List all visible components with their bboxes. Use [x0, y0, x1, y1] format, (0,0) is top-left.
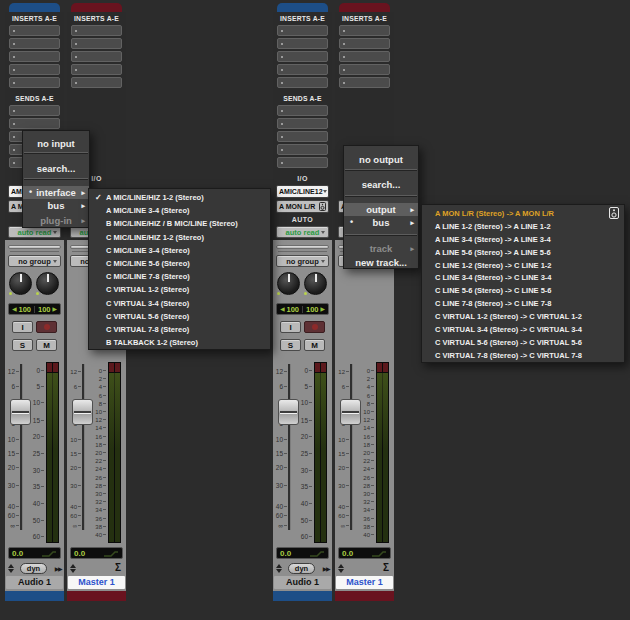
output-submenu-item[interactable]: A LINE 5-6 (Stereo) -> A LINE 5-6 — [422, 246, 624, 259]
interface-submenu-item[interactable]: ✓C VIRTUAL 7-8 (Stereo) — [89, 323, 270, 336]
insert-slot[interactable] — [9, 38, 60, 49]
insert-slot[interactable] — [339, 25, 390, 36]
interface-submenu-item[interactable]: ✓C VIRTUAL 3-4 (Stereo) — [89, 297, 270, 310]
track-color-bar-top[interactable] — [277, 3, 328, 12]
output-submenu-item[interactable]: C VIRTUAL 7-8 (Stereo) -> C VIRTUAL 7-8 — [422, 349, 624, 362]
interface-submenu-item[interactable]: ✓C VIRTUAL 5-6 (Stereo) — [89, 310, 270, 323]
send-slot[interactable] — [277, 157, 328, 168]
menu-item-new-track[interactable]: new track... — [344, 256, 418, 269]
track-name-audio1[interactable]: Audio 1 — [274, 576, 331, 589]
output-submenu-item[interactable]: C VIRTUAL 5-6 (Stereo) -> C VIRTUAL 5-6 — [422, 336, 624, 349]
interface-submenu-item[interactable]: ✓C MIC/LINE 5-6 (Stereo) — [89, 257, 270, 270]
send-slot[interactable] — [9, 105, 60, 116]
interface-submenu-item[interactable]: ✓C MIC/LINE 3-4 (Stereo) — [89, 244, 270, 257]
volume-fader[interactable] — [10, 399, 31, 425]
track-color-bar-top[interactable] — [9, 3, 60, 12]
pan-knob-left[interactable] — [277, 272, 300, 295]
send-slot[interactable] — [277, 105, 328, 116]
insert-slot[interactable] — [277, 38, 328, 49]
pan-knob-right[interactable] — [304, 272, 327, 295]
output-selector[interactable]: A MON L/R — [276, 200, 329, 213]
insert-slot[interactable] — [71, 51, 122, 62]
output-submenu-item[interactable]: C LINE 1-2 (Stereo) -> C LINE 1-2 — [422, 259, 624, 272]
track-color-bar-top[interactable] — [339, 3, 390, 12]
input-monitor-button[interactable]: I — [280, 321, 301, 333]
dropdown-arrow-icon — [321, 260, 325, 263]
insert-slot[interactable] — [9, 64, 60, 75]
insert-slot[interactable] — [71, 25, 122, 36]
menu-item-bus[interactable]: bus▸ — [23, 199, 89, 212]
interface-submenu-item[interactable]: ✓A MIC/LINE/HIZ 1-2 (Stereo) — [89, 191, 270, 204]
menu-item-no-input[interactable]: no input — [23, 137, 89, 150]
output-submenu-item[interactable]: C LINE 3-4 (Stereo) -> C LINE 3-4 — [422, 271, 624, 284]
group-selector[interactable]: no group — [8, 255, 61, 267]
menu-item-interface[interactable]: •interface▸ — [23, 186, 89, 199]
input-monitor-button[interactable]: I — [12, 321, 33, 333]
output-submenu-item[interactable]: C LINE 5-6 (Stereo) -> C LINE 5-6 — [422, 284, 624, 297]
interface-submenu-item[interactable]: ✓C VIRTUAL 1-2 (Stereo) — [89, 283, 270, 296]
mute-button[interactable]: M — [304, 339, 325, 351]
insert-slot[interactable] — [9, 77, 60, 88]
interface-submenu-item[interactable]: ✓A MIC/LINE 3-4 (Stereo) — [89, 204, 270, 217]
insert-slot[interactable] — [71, 38, 122, 49]
dyn-button[interactable]: dyn — [20, 563, 47, 574]
fader-bottom-row: Σ — [69, 562, 124, 574]
menu-item-bus[interactable]: •bus▸ — [344, 216, 418, 229]
pan-knob-left[interactable] — [9, 272, 32, 295]
pan-knob-right[interactable] — [36, 272, 59, 295]
nudge-arrows[interactable] — [70, 564, 76, 574]
insert-slot[interactable] — [339, 38, 390, 49]
output-submenu-item[interactable]: A MON L/R (Stereo) -> A MON L/R — [422, 207, 624, 220]
insert-slot[interactable] — [277, 25, 328, 36]
group-selector[interactable]: no group — [276, 255, 329, 267]
insert-slot[interactable] — [9, 25, 60, 36]
send-slot[interactable] — [277, 144, 328, 155]
menu-item-search[interactable]: search... — [344, 178, 418, 191]
nudge-arrows[interactable] — [8, 564, 14, 574]
track-name-master1[interactable]: Master 1 — [68, 576, 125, 589]
insert-slot[interactable] — [71, 77, 122, 88]
insert-slot[interactable] — [339, 64, 390, 75]
insert-slot[interactable] — [277, 77, 328, 88]
insert-slot[interactable] — [9, 51, 60, 62]
automation-mode-button[interactable]: auto read — [276, 226, 329, 238]
mini-volume-slider[interactable] — [8, 244, 61, 252]
nudge-arrows[interactable] — [338, 564, 344, 574]
send-slot[interactable] — [277, 118, 328, 129]
insert-slot[interactable] — [277, 64, 328, 75]
solo-button[interactable]: S — [12, 339, 33, 351]
insert-slot[interactable] — [71, 64, 122, 75]
output-submenu-item[interactable]: A LINE 1-2 (Stereo) -> A LINE 1-2 — [422, 220, 624, 233]
insert-slot[interactable] — [339, 77, 390, 88]
volume-fader[interactable] — [340, 399, 361, 425]
track-color-bar-top[interactable] — [71, 3, 122, 12]
solo-button[interactable]: S — [280, 339, 301, 351]
mute-button[interactable]: M — [36, 339, 57, 351]
send-slot[interactable] — [9, 118, 60, 129]
interface-submenu-item[interactable]: ✓C MIC/LINE/HIZ 1-2 (Stereo) — [89, 231, 270, 244]
output-submenu-item[interactable]: C VIRTUAL 3-4 (Stereo) -> C VIRTUAL 3-4 — [422, 323, 624, 336]
output-submenu-item[interactable]: C VIRTUAL 1-2 (Stereo) -> C VIRTUAL 1-2 — [422, 310, 624, 323]
dyn-button[interactable]: dyn — [288, 563, 315, 574]
volume-display: 0.0 — [276, 547, 329, 559]
interface-submenu-item[interactable]: ✓B TALKBACK 1-2 (Stereo) — [89, 336, 270, 349]
track-name-master1[interactable]: Master 1 — [336, 576, 393, 589]
output-submenu-item[interactable]: C LINE 7-8 (Stereo) -> C LINE 7-8 — [422, 297, 624, 310]
interface-submenu-item[interactable]: ✓C MIC/LINE 7-8 (Stereo) — [89, 270, 270, 283]
record-arm-button[interactable] — [36, 321, 57, 333]
menu-item-no-output[interactable]: no output — [344, 153, 418, 166]
volume-fader[interactable] — [278, 399, 299, 425]
volume-fader[interactable] — [72, 399, 93, 425]
insert-slot[interactable] — [339, 51, 390, 62]
input-selector[interactable]: AMIC/LINE12 — [276, 185, 329, 198]
output-submenu-item[interactable]: A LINE 3-4 (Stereo) -> A LINE 3-4 — [422, 233, 624, 246]
menu-item-search[interactable]: search... — [23, 162, 89, 175]
record-arm-button[interactable] — [304, 321, 325, 333]
send-slot[interactable] — [277, 131, 328, 142]
track-name-audio1[interactable]: Audio 1 — [6, 576, 63, 589]
menu-item-output[interactable]: output▸ — [344, 203, 418, 216]
insert-slot[interactable] — [277, 51, 328, 62]
nudge-arrows[interactable] — [276, 564, 282, 574]
interface-submenu-item[interactable]: ✓B MIC/LINE/HIZ / B MIC/LINE (Stereo) — [89, 217, 270, 230]
mini-volume-slider[interactable] — [276, 244, 329, 252]
